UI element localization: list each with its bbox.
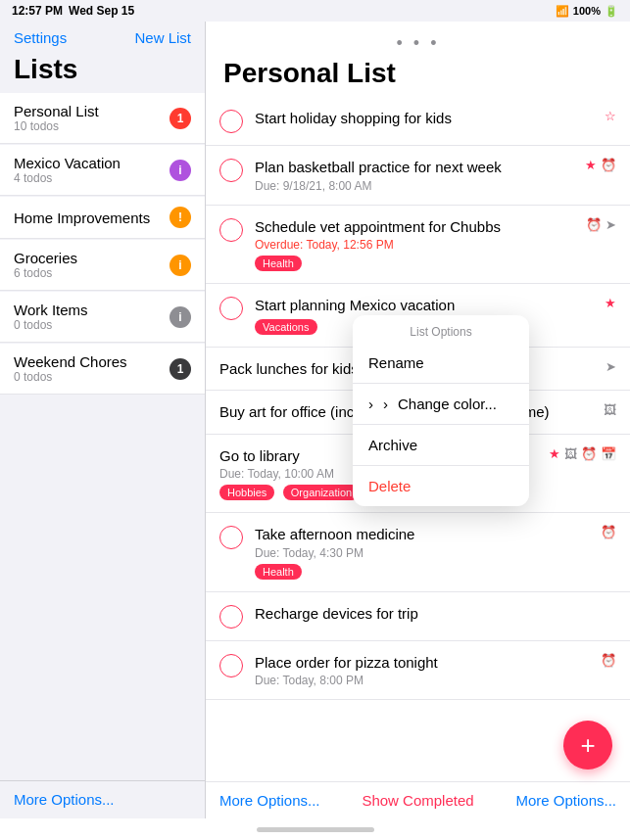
- list-items: Personal List 10 todos 1 Mexico Vacation…: [0, 93, 205, 780]
- context-menu-change-color[interactable]: › Change color...: [353, 384, 529, 425]
- sidebar-footer: More Options...: [0, 780, 205, 818]
- badge-weekend: 1: [170, 358, 191, 380]
- context-menu-rename[interactable]: Rename: [353, 343, 529, 384]
- sidebar-more-options-button[interactable]: More Options...: [14, 791, 115, 808]
- context-menu-delete[interactable]: Delete: [353, 466, 529, 506]
- submenu-arrow-icon: ›: [383, 396, 388, 412]
- status-indicators: 📶 100% 🔋: [556, 5, 618, 18]
- settings-button[interactable]: Settings: [14, 29, 67, 46]
- sidebar-title: Lists: [0, 50, 205, 93]
- status-time: 12:57 PM Wed Sep 15: [12, 4, 134, 18]
- context-menu-overlay[interactable]: List Options Rename › Change color... Ar…: [206, 22, 630, 818]
- badge-mexico: i: [170, 160, 191, 181]
- sidebar-item-home[interactable]: Home Improvements !: [0, 197, 205, 239]
- sidebar-item-weekend[interactable]: Weekend Chores 0 todos 1: [0, 344, 205, 395]
- badge-home: !: [170, 207, 191, 228]
- sidebar: Settings New List Lists Personal List 10…: [0, 22, 206, 818]
- wifi-icon: 📶: [556, 5, 569, 18]
- main-wrapper: • • • Personal List Start holiday shoppi…: [206, 22, 630, 818]
- sidebar-item-personal[interactable]: Personal List 10 todos 1: [0, 93, 205, 144]
- context-menu-archive[interactable]: Archive: [353, 425, 529, 466]
- context-menu-title: List Options: [353, 315, 529, 343]
- home-indicator: [0, 818, 630, 840]
- badge-work: i: [170, 306, 191, 328]
- home-bar: [257, 827, 374, 832]
- context-menu: List Options Rename › Change color... Ar…: [353, 315, 529, 506]
- new-list-button[interactable]: New List: [134, 29, 191, 46]
- battery-icon: 🔋: [605, 5, 618, 18]
- badge-personal: 1: [170, 108, 191, 129]
- sidebar-item-work[interactable]: Work Items 0 todos i: [0, 292, 205, 343]
- badge-groceries: i: [170, 255, 191, 276]
- sidebar-header: Settings New List: [0, 22, 205, 50]
- sidebar-item-groceries[interactable]: Groceries 6 todos i: [0, 240, 205, 291]
- status-bar: 12:57 PM Wed Sep 15 📶 100% 🔋: [0, 0, 630, 22]
- sidebar-item-mexico[interactable]: Mexico Vacation 4 todos i: [0, 145, 205, 196]
